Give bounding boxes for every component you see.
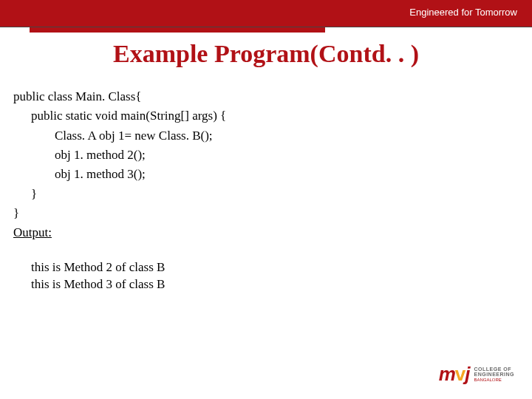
output-line: this is Method 2 of class B <box>31 259 226 276</box>
slide-content: public class Main. Class{ public static … <box>13 87 226 293</box>
output-line: this is Method 3 of class B <box>31 276 226 293</box>
code-line: public class Main. Class{ <box>13 87 226 106</box>
code-line: public static void main(String[] args) { <box>13 106 226 126</box>
output-label: Output: <box>13 223 226 242</box>
code-line: obj 1. method 3(); <box>13 165 226 184</box>
code-line: } <box>13 204 226 223</box>
logo-text-line: ENGINEERING <box>474 372 514 377</box>
footer-logo: mvj COLLEGE OF ENGINEERING BANGALORE <box>439 363 514 386</box>
slide-title: Example Program(Contd. . ) <box>0 40 532 68</box>
logo-letter-accent: v <box>455 363 465 385</box>
code-line: obj 1. method 2(); <box>13 146 226 165</box>
logo-text: COLLEGE OF ENGINEERING BANGALORE <box>474 366 514 383</box>
code-line: Class. A obj 1= new Class. B(); <box>13 126 226 146</box>
logo-subtext: BANGALORE <box>474 378 514 383</box>
header-bar: Engineered for Tomorrow <box>0 0 532 27</box>
code-line: } <box>13 185 226 204</box>
logo-mark: mvj <box>439 363 470 386</box>
header-notch <box>30 0 325 33</box>
output-block: this is Method 2 of class B this is Meth… <box>13 259 226 293</box>
logo-text-line: COLLEGE OF <box>474 366 511 372</box>
logo-letter: j <box>465 363 469 385</box>
header-tagline: Engineered for Tomorrow <box>409 7 517 18</box>
logo-letter: m <box>439 363 455 385</box>
divider-line <box>0 27 532 27</box>
